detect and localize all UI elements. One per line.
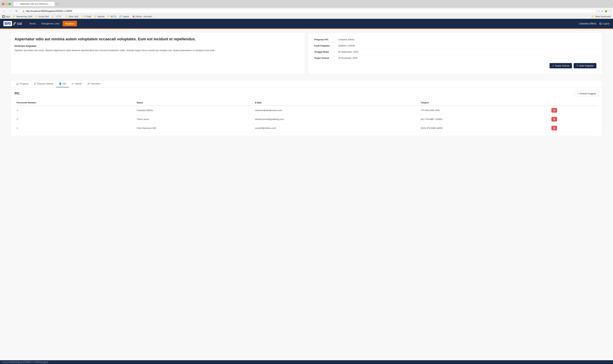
bookmark-newsworthy-label: Newsworthy Stuff [16,15,32,18]
browser-toolbar-icons: ☆ 🛡 🧩 ⋮ [598,10,611,13]
navbar-right: Celestine Effertz ⏻ Logout [579,22,610,25]
cell-email-1: vwehner@stiedemann.com [253,106,419,115]
browser-tab-close[interactable]: × [51,3,52,5]
bookmark-ielts[interactable]: 📁 IELTS [107,15,116,18]
extension-icon[interactable]: 🧩 [605,10,608,13]
bookmark-captive[interactable]: 🔗 Captive [119,15,129,18]
tab-request-label: Request Selesai [37,82,53,85]
tanggal-value: 30 September, 2020 [336,49,599,55]
nav-kegiatan[interactable]: Kegiatan [63,21,77,26]
cell-nama-1: Celestine Effertz [135,106,253,115]
shield-icon[interactable]: 🛡 [601,10,604,13]
navbar-logout[interactable]: ⏻ Logout [599,22,610,25]
apps-icon: 🔲 [2,15,5,18]
tab-dokumen[interactable]: 🔗 Dokumen [84,80,103,87]
tab-pic-label: PIC [63,82,66,85]
bookmark-icon[interactable]: ☆ [598,10,600,13]
browser-titlebar: 📄 Aspernatur odio aut minima au... × + [0,0,613,8]
bookmark-it-stuff[interactable]: 📁 IT Stuff [81,15,91,18]
refresh-button[interactable]: ↻ [14,9,19,13]
tabs-nav: 📊 Progress ☰ Request Selesai 👤 PIC ⊙ Upl… [10,80,603,88]
info-table: Pimpinan PIC Celestine Effertz Kode Kegi… [312,37,599,61]
delete-row-2-button[interactable]: 🗑 [551,117,557,121]
upload-icon: ⊙ [72,82,74,85]
bookmark-other-stuff-label: Other Stuff [68,15,79,18]
tab-upload-label: Upload [75,82,82,85]
delete-row-1-button[interactable]: 🗑 [551,108,557,113]
forward-button[interactable]: → [8,9,13,13]
kode-label: Kode Kegiatan [312,43,336,49]
folder-icon: 📁 [94,15,97,18]
target-value: 30 November, 2020 [336,55,599,61]
table-row: 3 Chet Halvorson MD nona29@rolfson.com (… [14,124,599,133]
ubah-kegiatan-button[interactable]: ✎ Ubah Kegiatan [574,63,596,68]
browser-tab-active[interactable]: 📄 Aspernatur odio aut minima au... × [14,2,54,6]
cell-action-3: 🗑 [549,124,599,133]
tab-upload[interactable]: ⊙ Upload [69,80,84,87]
back-button[interactable]: ← [2,9,7,13]
pimpinan-label: Pimpinan PIC [312,37,336,43]
cell-email-2: deckow.brook@padberg.com [253,115,419,124]
cell-email-3: nona29@rolfson.com [253,124,419,133]
bookmark-social-label: Social Stuff [39,15,49,18]
bookmark-newsworthy[interactable]: 📁 Newsworthy Stuff [13,15,32,18]
bookmark-social[interactable]: 📁 Social Stuff [35,15,49,18]
tab-pic[interactable]: 👤 PIC [56,80,69,87]
cell-action-1: 🗑 [549,106,599,115]
tab-dokumen-label: Dokumen [91,82,101,85]
info-row-target: Target Selesai 30 November, 2020 [312,55,599,61]
minimize-window-button[interactable] [5,3,8,5]
bookmark-github[interactable]: 🐙 GitHub - themadd... [132,15,153,18]
cell-telepon-2: 912-744-8867 x16902 [419,115,549,124]
info-row-kode: Kode Kegiatan 200930-1-APERI [312,43,599,49]
cell-number-1: 1 [14,106,135,115]
col-nama: Nama [135,100,253,106]
cell-number-3: 3 [14,124,135,133]
menu-icon[interactable]: ⋮ [609,10,611,13]
tandai-selesai-button[interactable]: ✔ Tandai Selesai [550,63,572,68]
folder-icon: 📁 [81,15,84,18]
bookmark-shrug[interactable]: 📁 ヽ(ヅ)丿 [52,15,62,18]
nav-home[interactable]: Home [27,21,38,26]
folder-icon: 📁 [107,15,110,18]
info-row-tanggal: Tanggal Mulai 30 September, 2020 [312,49,599,55]
bookmark-captive-label: Captive [122,15,129,18]
navbar-user[interactable]: Celestine Effertz [579,22,596,25]
info-buttons: ✔ Tandai Selesai ✎ Ubah Kegiatan [312,61,599,70]
maximize-window-button[interactable] [9,3,11,5]
folder-icon: 📁 [35,15,38,18]
browser-frame: 📄 Aspernatur odio aut minima au... × + ←… [0,0,613,364]
pic-icon: 👤 [59,82,62,85]
cell-telepon-3: (523) 978-8086 x8009 [419,124,549,133]
col-telepon: Telepon [419,100,549,106]
brand-rocket-icon: 🚀 [12,22,17,26]
link-icon: 🔗 [119,15,122,18]
cell-action-2: 🗑 [549,115,599,124]
bookmark-islandia[interactable]: 📁 Islandia [94,15,104,18]
bookmark-islandia-label: Islandia [97,15,104,18]
tab-progress[interactable]: 📊 Progress [13,80,31,87]
nav-manajemen-user[interactable]: Manajemen User [39,21,62,26]
kegiatan-card: Aspernatur odio aut minima autem volupta… [10,32,305,75]
progress-icon: 📊 [16,82,19,85]
tab-request-selesai[interactable]: ☰ Request Selesai [31,80,56,87]
delete-row-3-button[interactable]: 🗑 [551,126,557,130]
bookmark-other-label: Other Bookmarks [595,15,611,18]
table-row: 1 Celestine Effertz vwehner@stiedemann.c… [14,106,599,115]
github-icon: 🐙 [132,15,135,18]
brand-bri-text: BRI [3,21,12,26]
bookmark-apps[interactable]: 🔲 Apps [2,15,10,18]
bookmark-apps-label: Apps [5,15,10,18]
pic-table-header: Personnel Number Nama E-Mail Telepon [14,100,599,106]
new-tab-button[interactable]: + [56,2,58,6]
bookmark-other-stuff[interactable]: 📁 Other Stuff [65,15,79,18]
url-input[interactable] [26,10,594,12]
status-url: localhost:8000/kegiatan/200930-1-APERI#a… [2,361,48,363]
close-window-button[interactable] [2,3,4,5]
folder-icon: 📁 [65,15,68,18]
tambah-anggota-button[interactable]: + Tambah Anggota [575,91,599,96]
pic-header: PIC + Tambah Anggota [14,91,599,96]
address-bar[interactable]: 🔒 [20,9,597,13]
bookmark-other-bookmarks[interactable]: 📁 Other Bookmarks [592,15,611,18]
col-personnel-number: Personnel Number [14,100,135,106]
